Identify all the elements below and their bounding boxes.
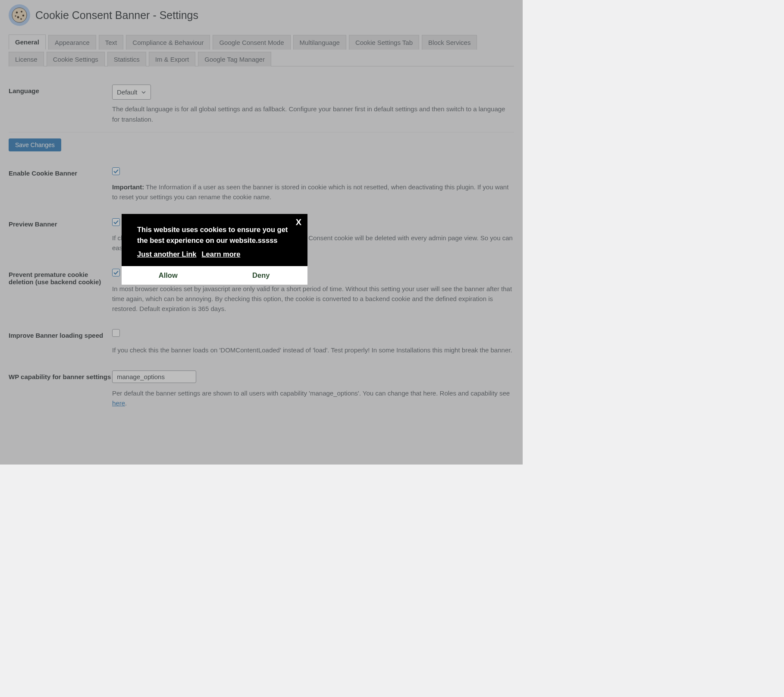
tab-multilanguage[interactable]: Multilanguage xyxy=(293,35,346,50)
prevent-checkbox[interactable] xyxy=(112,269,120,276)
capability-input[interactable] xyxy=(112,370,196,383)
capability-help-link[interactable]: here xyxy=(112,399,125,407)
tab-im-export[interactable]: Im & Export xyxy=(149,52,195,66)
enable-label: Enable Cookie Banner xyxy=(9,167,112,177)
capability-label: WP capability for banner settings xyxy=(9,370,112,380)
language-selected: Default xyxy=(117,87,138,97)
svg-point-5 xyxy=(20,18,22,20)
tab-block-services[interactable]: Block Services xyxy=(422,35,477,50)
preview-checkbox[interactable] xyxy=(112,218,120,226)
prevent-label: Prevent premature cookie deletion (use b… xyxy=(9,268,112,286)
svg-point-2 xyxy=(21,11,22,13)
banner-deny-button[interactable]: Deny xyxy=(215,266,308,285)
cookie-icon xyxy=(9,4,30,26)
banner-link-1[interactable]: Just another Link xyxy=(137,250,197,258)
banner-close-button[interactable]: X xyxy=(296,217,301,227)
cookie-banner: X This website uses cookies to ensure yo… xyxy=(122,214,307,285)
save-button[interactable]: Save Changes xyxy=(9,138,61,151)
check-icon xyxy=(113,168,119,174)
preview-label: Preview Banner xyxy=(9,218,112,228)
tab-compliance-behaviour[interactable]: Compliance & Behaviour xyxy=(126,35,210,50)
tab-google-tag-manager[interactable]: Google Tag Manager xyxy=(198,52,271,66)
improve-desc: If you check this the banner loads on 'D… xyxy=(112,345,514,355)
banner-text: This website uses cookies to ensure you … xyxy=(137,224,292,246)
tab-cookie-settings[interactable]: Cookie Settings xyxy=(47,52,105,66)
page-title: Cookie Consent Banner - Settings xyxy=(35,9,198,22)
tab-appearance[interactable]: Appearance xyxy=(48,35,96,50)
banner-link-2[interactable]: Learn more xyxy=(202,250,241,258)
tab-cookie-settings-tab[interactable]: Cookie Settings Tab xyxy=(349,35,419,50)
svg-point-6 xyxy=(15,15,16,16)
language-label: Language xyxy=(9,85,112,94)
tab-license[interactable]: License xyxy=(9,52,44,66)
enable-checkbox[interactable] xyxy=(112,167,120,175)
check-icon xyxy=(113,270,119,276)
svg-point-0 xyxy=(12,8,27,22)
tab-text[interactable]: Text xyxy=(99,35,124,50)
check-icon xyxy=(113,219,119,225)
page-header: Cookie Consent Banner - Settings xyxy=(9,4,514,26)
improve-label: Improve Banner loading speed xyxy=(9,329,112,339)
chevron-down-icon xyxy=(141,90,146,95)
enable-desc: Important: The Information if a user as … xyxy=(112,182,514,202)
svg-point-3 xyxy=(22,15,24,16)
improve-checkbox[interactable] xyxy=(112,329,120,337)
capability-desc: Per default the banner settings are show… xyxy=(112,388,514,408)
tab-general[interactable]: General xyxy=(9,35,46,50)
language-desc: The default language is for all global s… xyxy=(112,104,514,124)
tab-statistics[interactable]: Statistics xyxy=(107,52,146,66)
banner-allow-button[interactable]: Allow xyxy=(122,266,215,285)
tab-google-consent-mode[interactable]: Google Consent Mode xyxy=(213,35,290,50)
svg-point-1 xyxy=(16,12,18,14)
svg-point-4 xyxy=(17,16,19,19)
prevent-desc: In most browser cookies set by javascrip… xyxy=(112,284,514,314)
tabs: GeneralAppearanceTextCompliance & Behavi… xyxy=(9,35,514,66)
language-select[interactable]: Default xyxy=(112,85,151,100)
